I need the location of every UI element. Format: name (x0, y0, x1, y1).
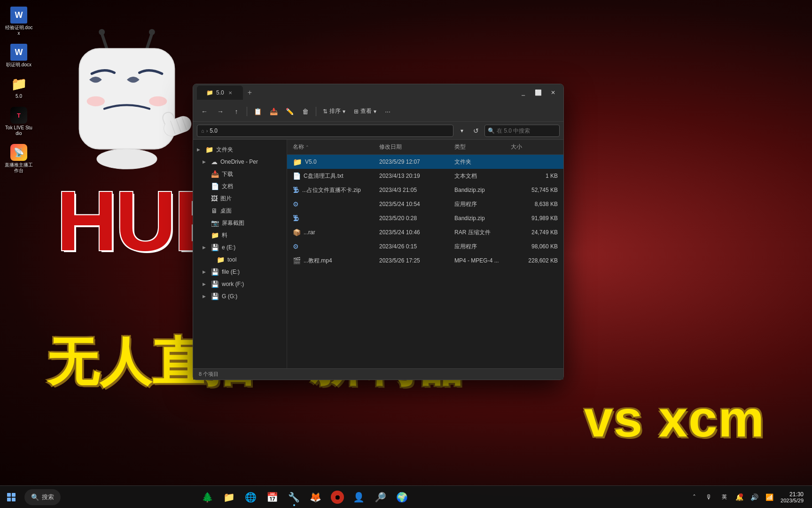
copy-path-button[interactable]: 📋 (250, 104, 265, 119)
file-size-exe1: 8,638 KB (511, 201, 558, 207)
tab-5-0[interactable]: 📁 5.0 ✕ (197, 86, 243, 100)
nav-item-pictures[interactable]: ▶ 🖼 图片 (193, 192, 287, 205)
new-tab-button[interactable]: + (245, 87, 255, 98)
start-button[interactable] (0, 486, 23, 508)
breadcrumb-path: ⌂ › 5.0 (197, 125, 453, 137)
taskbar-app-edge[interactable]: 🌐 (241, 487, 261, 508)
taskbar-search-area[interactable]: 🔍 搜索 (24, 489, 61, 505)
expand-g-drive: ▶ (203, 294, 208, 299)
file-row-exe2[interactable]: ⚙ 2023/4/26 0:15 应用程序 98,060 KB (287, 239, 563, 254)
up-button[interactable]: ↑ (229, 104, 244, 119)
file-type-zip2: Bandizip.zip (454, 215, 511, 222)
expand-icon: ▶ (197, 147, 203, 152)
maximize-button[interactable]: ⬜ (531, 87, 545, 98)
nav-item-documents[interactable]: ▶ 📄 文档 (193, 180, 287, 192)
taskbar-app-chrome[interactable]: 🌍 (392, 487, 413, 508)
tray-chevron-button[interactable]: ˄ (687, 491, 701, 504)
file-row-v50[interactable]: 📁 V5.0 2023/5/29 12:07 文件夹 (287, 155, 563, 169)
sort-chevron-icon: ▾ (343, 108, 345, 115)
nav-item-e-drive[interactable]: ▶ 💾 e (E:) (193, 241, 287, 254)
notification-dot (739, 493, 743, 497)
taskbar-app-record[interactable]: ⏺ (327, 487, 348, 508)
minimize-button[interactable]: ⎯ (516, 87, 530, 98)
file-name-zip2: 🗜 (293, 214, 379, 222)
desktop-icon-tiktok[interactable]: T Tok LIVE Studio (2, 105, 35, 138)
sort-button[interactable]: ⇅ 排序 ▾ (319, 105, 349, 117)
file-row-zip2[interactable]: 🗜 2023/5/20 0:28 Bandizip.zip 91,989 KB (287, 211, 563, 225)
nav-item-work-f[interactable]: ▶ 💾 work (F:) (193, 278, 287, 290)
explorer-main-content: ▶ 📁 文件夹 ▶ ☁ OneDrive - Per ▶ 📥 下载 ▶ 📄 文档… (193, 140, 563, 368)
view-button[interactable]: ⊞ 查看 ▾ (350, 105, 380, 117)
nav-g-drive-icon: 💾 (211, 293, 219, 300)
expand-file-e: ▶ (203, 270, 208, 274)
tab-area: 📁 5.0 ✕ + (197, 86, 515, 100)
breadcrumb-item-50[interactable]: 5.0 (210, 127, 218, 134)
desktop-icon-live[interactable]: 📡 直播推主播工作台 (2, 142, 35, 175)
folder-tab-icon: 📁 (206, 89, 213, 96)
taskbar-clock[interactable]: 21:30 2023/5/29 (778, 490, 806, 504)
nav-item-downloads[interactable]: ▶ 📥 下载 (193, 168, 287, 180)
nav-drive-icon: 💾 (211, 244, 219, 251)
tab-close-button[interactable]: ✕ (227, 89, 234, 96)
tray-notification-icon[interactable]: 🔔 (733, 491, 746, 504)
desktop-icon-word1[interactable]: W 经验证明.docx (2, 5, 35, 38)
nav-item-material[interactable]: ▶ 📁 料 (193, 229, 287, 241)
file-row-mp4[interactable]: 🎬 ...教程.mp4 2023/5/26 17:25 MP4 - MPEG-4… (287, 254, 563, 268)
nav-item-screenshots[interactable]: ▶ 📷 屏幕截图 (193, 217, 287, 229)
svg-point-5 (87, 96, 105, 106)
tray-lang-icon[interactable]: 英 (718, 491, 731, 504)
file-row-txt[interactable]: 📄 C盘清理工具.txt 2023/4/13 20:19 文本文档 1 KB (287, 169, 563, 183)
taskbar-search-label: 搜索 (42, 493, 54, 501)
nav-item-tool[interactable]: ▶ 📁 tool (193, 254, 287, 266)
search-box[interactable]: 🔍 (484, 125, 560, 137)
search-icon: 🔍 (488, 127, 495, 134)
column-header-size[interactable]: 大小 (511, 142, 558, 152)
svg-line-0 (102, 33, 107, 48)
taskbar-app-search2[interactable]: 🔎 (370, 487, 391, 508)
tray-network-icon[interactable]: 📶 (763, 491, 776, 504)
forward-button[interactable]: → (213, 104, 228, 119)
taskbar-app-tools[interactable]: 🔧 (284, 487, 304, 508)
nav-label-file-e: file (E:) (222, 269, 240, 275)
file-row-zip1[interactable]: 🗜 ...占位文件直播不卡.zip 2023/4/3 21:05 Bandizi… (287, 183, 563, 197)
refresh-button[interactable]: ↺ (470, 125, 482, 136)
taskbar-app-files[interactable]: 📁 (219, 487, 240, 508)
nav-item-g-drive[interactable]: ▶ 💾 G (G:) (193, 290, 287, 302)
taskbar-app-calendar[interactable]: 📅 (262, 487, 283, 508)
rename-button[interactable]: ✏️ (282, 104, 297, 119)
file-panel: 名称 ⌃ 修改日期 类型 大小 📁 V5.0 2023/ (287, 140, 563, 368)
tray-mic-icon[interactable]: 🎙 (703, 491, 716, 504)
back-button[interactable]: ← (197, 104, 212, 119)
delete-button[interactable]: 🗑 (298, 104, 313, 119)
taskbar-app-profile[interactable]: 👤 (349, 487, 369, 508)
search-input[interactable] (497, 127, 553, 134)
file-date-zip2: 2023/5/20 0:28 (379, 215, 454, 222)
file-size-rar: 24,749 KB (511, 229, 558, 236)
file-row-exe1[interactable]: ⚙ 2023/5/24 10:54 应用程序 8,638 KB (287, 197, 563, 211)
paste-button[interactable]: 📥 (266, 104, 281, 119)
more-options-button[interactable]: ··· (381, 105, 394, 118)
folder-icon-v50: 📁 (293, 158, 302, 167)
toolbar-separator-2 (316, 107, 316, 116)
nav-item-file-e[interactable]: ▶ 💾 file (E:) (193, 266, 287, 278)
tray-speaker-icon[interactable]: 🔊 (748, 491, 761, 504)
nav-item-desktop[interactable]: ▶ 🖥 桌面 (193, 205, 287, 217)
column-header-date[interactable]: 修改日期 (379, 142, 454, 152)
file-type-rar: RAR 压缩文件 (454, 229, 511, 237)
desktop-icon-folder[interactable]: 📁 5.0 (2, 73, 35, 101)
clock-time: 21:30 (789, 491, 804, 498)
icon-label-word2: 职证明.docx (6, 62, 31, 68)
nav-label-folder: 文件夹 (216, 146, 233, 154)
breadcrumb-expand-button[interactable]: ▾ (456, 125, 468, 136)
taskbar-app-firefox[interactable]: 🦊 (305, 487, 326, 508)
taskbar-app-explorer[interactable]: 🌲 (197, 487, 218, 508)
column-header-name[interactable]: 名称 ⌃ (293, 142, 379, 152)
nav-item-folder-section[interactable]: ▶ 📁 文件夹 (193, 143, 287, 156)
nav-item-onedrive[interactable]: ▶ ☁ OneDrive - Per (193, 156, 287, 168)
desktop-icon-word2[interactable]: W 职证明.docx (2, 42, 35, 70)
close-button[interactable]: ✕ (547, 87, 560, 98)
column-header-type[interactable]: 类型 (454, 142, 511, 152)
exe-icon-1: ⚙ (293, 200, 299, 208)
svg-point-3 (149, 29, 155, 35)
file-row-rar[interactable]: 📦 ...rar 2023/5/24 10:46 RAR 压缩文件 24,749… (287, 225, 563, 239)
